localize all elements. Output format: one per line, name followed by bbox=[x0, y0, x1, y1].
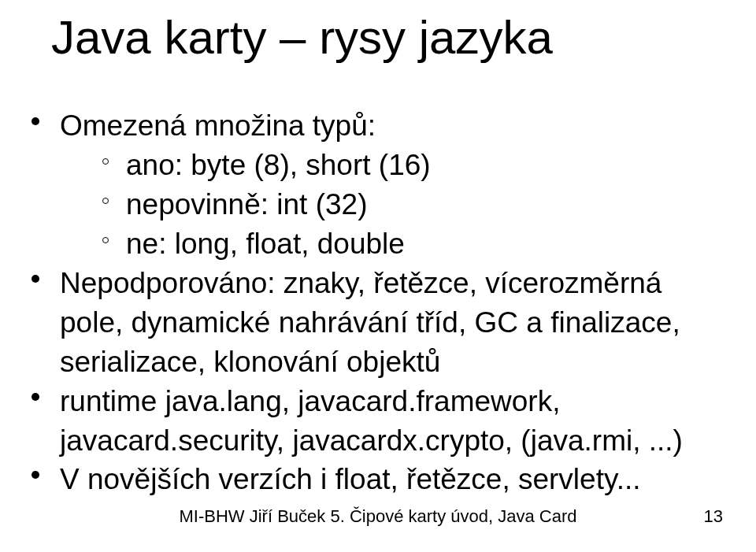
bullet-text: runtime java.lang, javacard.framework, j… bbox=[60, 385, 683, 457]
bullet-level1: Nepodporováno: znaky, řetězce, vícerozmě… bbox=[32, 264, 724, 382]
slide-content: Omezená množina typů: ano: byte (8), sho… bbox=[32, 106, 724, 499]
bullet-text: V novějších verzích i float, řetězce, se… bbox=[60, 463, 641, 495]
bullet-level2: ne: long, float, double bbox=[102, 224, 724, 264]
bullet-text: nepovinně: int (32) bbox=[126, 188, 367, 220]
bullet-text: ne: long, float, double bbox=[126, 228, 405, 260]
sublist: ano: byte (8), short (16) nepovinně: int… bbox=[102, 146, 724, 264]
bullet-text: ano: byte (8), short (16) bbox=[126, 149, 431, 181]
bullet-text: Omezená množina typů: bbox=[60, 109, 376, 142]
bullet-level1: V novějších verzích i float, řetězce, se… bbox=[32, 460, 724, 499]
bullet-dot-icon bbox=[32, 275, 39, 283]
slide: Java karty – rysy jazyka Omezená množina… bbox=[0, 0, 756, 552]
bullet-dot-icon bbox=[32, 393, 39, 401]
bullet-dot-icon bbox=[32, 117, 39, 125]
bullet-text: Nepodporováno: znaky, řetězce, vícerozmě… bbox=[60, 267, 680, 378]
slide-title: Java karty – rysy jazyka bbox=[51, 10, 553, 65]
bullet-ring-icon bbox=[102, 237, 109, 243]
page-number: 13 bbox=[704, 506, 723, 527]
slide-footer: MI-BHW Jiří Buček 5. Čipové karty úvod, … bbox=[0, 506, 756, 527]
bullet-dot-icon bbox=[32, 471, 39, 479]
bullet-level1: Omezená množina typů: ano: byte (8), sho… bbox=[32, 106, 724, 264]
bullet-level2: nepovinně: int (32) bbox=[102, 185, 724, 224]
bullet-level2: ano: byte (8), short (16) bbox=[102, 146, 724, 185]
bullet-level1: runtime java.lang, javacard.framework, j… bbox=[32, 382, 724, 461]
bullet-ring-icon bbox=[102, 158, 109, 165]
bullet-ring-icon bbox=[102, 198, 109, 204]
